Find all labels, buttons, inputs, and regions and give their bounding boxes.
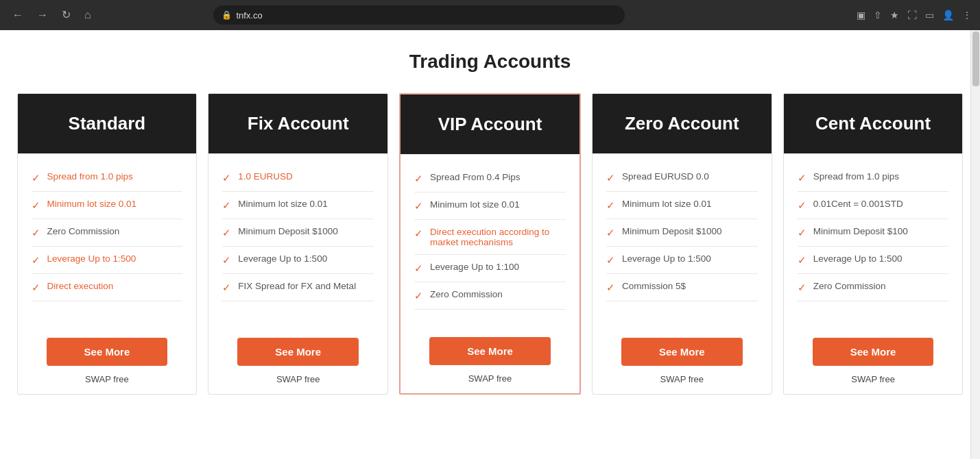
back-button[interactable]: ← [8, 7, 27, 23]
list-item: ✓Zero Commission [32, 219, 183, 247]
feature-text: Minimum lot size 0.01 [430, 199, 520, 210]
list-item: ✓Spread from 1.0 pips [32, 164, 183, 192]
see-more-button-standard[interactable]: See More [47, 338, 168, 366]
feature-text: Zero Commission [430, 289, 503, 299]
card-footer-vip: See MoreSWAP free [401, 323, 579, 393]
see-more-button-cent[interactable]: See More [813, 338, 934, 366]
swap-free-label-cent: SWAP free [851, 374, 895, 384]
home-button[interactable]: ⌂ [80, 7, 95, 23]
checkmark-icon: ✓ [606, 254, 615, 266]
account-card-fix: Fix Account✓1.0 EURUSD✓Minimum lot size … [208, 93, 388, 395]
feature-text: Minimum Deposit $1000 [238, 226, 338, 236]
list-item: ✓Spread From 0.4 Pips [414, 165, 566, 193]
swap-free-label-vip: SWAP free [468, 373, 512, 384]
checkmark-icon: ✓ [798, 254, 806, 266]
checkmark-icon: ✓ [222, 199, 231, 212]
checkmark-icon: ✓ [798, 199, 806, 212]
card-footer-standard: See MoreSWAP free [18, 324, 197, 394]
list-item: ✓Minimum Deposit $1000 [222, 219, 374, 247]
checkmark-icon: ✓ [32, 227, 40, 239]
feature-text: Minimum Deposit $1000 [622, 226, 722, 236]
page-title: Trading Accounts [14, 51, 966, 73]
checkmark-icon: ✓ [414, 290, 423, 302]
checkmark-icon: ✓ [606, 282, 615, 294]
checkmark-icon: ✓ [414, 227, 423, 240]
checkmark-icon: ✓ [32, 172, 40, 184]
card-header-fix: Fix Account [208, 94, 387, 153]
feature-list-vip: ✓Spread From 0.4 Pips✓Minimum lot size 0… [414, 165, 566, 310]
profile-icon[interactable]: 👤 [942, 10, 954, 21]
feature-text: Spread from 1.0 pips [813, 171, 899, 182]
list-item: ✓Minimum lot size 0.01 [32, 192, 183, 219]
checkmark-icon: ✓ [32, 282, 40, 294]
list-item: ✓Minimum Deposit $100 [798, 219, 949, 247]
list-item: ✓Leverage Up to 1:100 [414, 255, 566, 282]
card-body-standard: ✓Spread from 1.0 pips✓Minimum lot size 0… [18, 153, 197, 324]
swap-free-label-fix: SWAP free [276, 374, 320, 384]
url-text: tnfx.co [236, 10, 262, 21]
feature-text: Commission 5$ [622, 281, 686, 291]
checkmark-icon: ✓ [414, 173, 423, 185]
list-item: ✓Spread from 1.0 pips [798, 164, 949, 192]
see-more-button-fix[interactable]: See More [237, 338, 359, 366]
chrome-toolbar-icons: ▣ ⇧ ★ ⛶ ▭ 👤 ⋮ [857, 10, 972, 21]
lock-icon: 🔒 [222, 10, 232, 20]
card-header-zero: Zero Account [593, 94, 772, 153]
tab-icon[interactable]: ▭ [925, 10, 934, 21]
feature-text: Minimum lot size 0.01 [622, 199, 712, 209]
see-more-button-zero[interactable]: See More [621, 338, 743, 366]
checkmark-icon: ✓ [798, 227, 806, 239]
feature-list-standard: ✓Spread from 1.0 pips✓Minimum lot size 0… [32, 164, 183, 310]
browser-chrome: ← → ↻ ⌂ 🔒 tnfx.co ▣ ⇧ ★ ⛶ ▭ 👤 ⋮ [0, 0, 980, 30]
checkmark-icon: ✓ [222, 172, 231, 184]
list-item: ✓Direct execution according to market me… [414, 220, 566, 255]
checkmark-icon: ✓ [32, 199, 40, 212]
checkmark-icon: ✓ [32, 254, 40, 266]
checkmark-icon: ✓ [414, 262, 423, 275]
card-body-vip: ✓Spread From 0.4 Pips✓Minimum lot size 0… [401, 154, 579, 323]
feature-text: Leverage Up to 1:500 [47, 253, 136, 264]
forward-button[interactable]: → [33, 7, 52, 23]
account-card-standard: Standard✓Spread from 1.0 pips✓Minimum lo… [17, 93, 198, 395]
feature-text: Leverage Up to 1:100 [430, 262, 519, 272]
checkmark-icon: ✓ [606, 172, 615, 184]
checkmark-icon: ✓ [798, 282, 806, 294]
list-item: ✓1.0 EURUSD [222, 164, 374, 192]
checkmark-icon: ✓ [606, 199, 615, 212]
checkmark-icon: ✓ [222, 282, 231, 294]
feature-text: Direct execution according to market mec… [430, 227, 566, 247]
feature-text: Spread EURUSD 0.0 [622, 171, 709, 182]
feature-text: FIX Spread for FX and Metal [238, 281, 356, 291]
list-item: ✓Commission 5$ [606, 274, 758, 301]
feature-list-cent: ✓Spread from 1.0 pips✓0.01Cent = 0.001ST… [798, 164, 949, 310]
feature-text: Direct execution [47, 281, 114, 291]
list-item: ✓Minimum lot size 0.01 [606, 192, 758, 219]
bookmark-icon[interactable]: ★ [890, 10, 899, 21]
feature-list-zero: ✓Spread EURUSD 0.0✓Minimum lot size 0.01… [606, 164, 758, 310]
reload-button[interactable]: ↻ [58, 7, 75, 23]
account-card-cent: Cent Account✓Spread from 1.0 pips✓0.01Ce… [783, 93, 964, 395]
scrollbar[interactable] [970, 30, 980, 459]
list-item: ✓Minimum lot size 0.01 [222, 192, 374, 219]
list-item: ✓0.01Cent = 0.001STD [798, 192, 949, 219]
account-card-vip: VIP Account✓Spread From 0.4 Pips✓Minimum… [399, 93, 581, 395]
menu-icon[interactable]: ⋮ [962, 10, 972, 21]
feature-text: Zero Commission [813, 281, 886, 291]
feature-text: Spread from 1.0 pips [47, 171, 133, 182]
list-item: ✓Leverage Up to 1:500 [798, 247, 949, 274]
address-bar[interactable]: 🔒 tnfx.co [213, 5, 625, 25]
card-body-zero: ✓Spread EURUSD 0.0✓Minimum lot size 0.01… [593, 153, 772, 324]
feature-text: Minimum Deposit $100 [813, 226, 908, 236]
extension-icon[interactable]: ⛶ [907, 10, 917, 21]
checkmark-icon: ✓ [222, 254, 231, 266]
checkmark-icon: ✓ [222, 227, 231, 239]
account-card-zero: Zero Account✓Spread EURUSD 0.0✓Minimum l… [592, 93, 772, 395]
feature-text: 1.0 EURUSD [238, 171, 293, 182]
see-more-button-vip[interactable]: See More [429, 337, 551, 365]
share-icon[interactable]: ⇧ [874, 10, 882, 21]
feature-text: Leverage Up to 1:500 [622, 253, 711, 264]
screenshot-icon[interactable]: ▣ [857, 10, 865, 21]
checkmark-icon: ✓ [414, 200, 423, 212]
scrollbar-thumb[interactable] [972, 32, 979, 86]
list-item: ✓Leverage Up to 1:500 [32, 247, 183, 274]
